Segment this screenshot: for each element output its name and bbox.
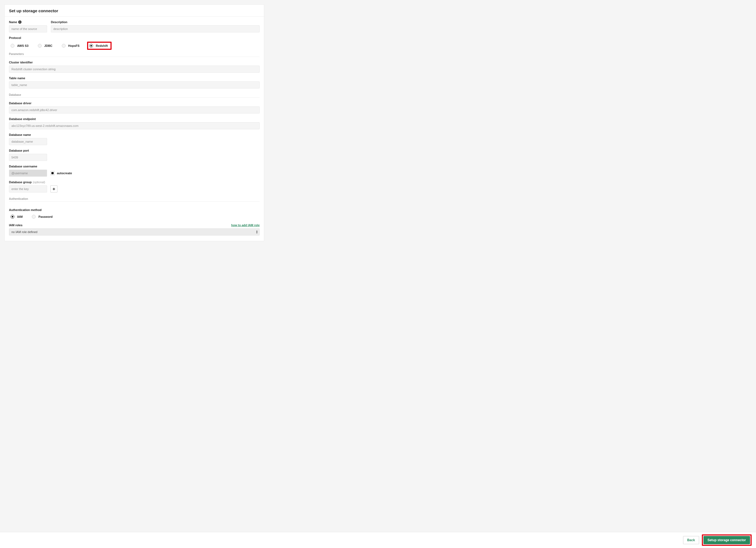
add-group-button[interactable]: ＋ — [50, 185, 57, 192]
db-group-label: Database group (optional) — [9, 180, 260, 184]
db-driver-input[interactable] — [9, 106, 260, 113]
iam-help-link[interactable]: how to add IAM role — [231, 223, 260, 227]
page-title: Set up storage connector — [9, 8, 260, 13]
cluster-identifier-input[interactable] — [9, 66, 260, 73]
db-name-input[interactable] — [9, 138, 47, 145]
radio-icon — [38, 44, 42, 48]
iam-roles-select[interactable]: no IAM role defined ▲▼ — [9, 228, 260, 235]
section-parameters: Parameters — [9, 53, 260, 57]
info-icon[interactable]: i — [18, 20, 21, 24]
setup-connector-card: Set up storage connector Name i Descript… — [4, 4, 264, 241]
card-header: Set up storage connector — [5, 5, 264, 17]
radio-icon — [11, 44, 14, 48]
db-name-label: Database name — [9, 133, 260, 136]
db-port-input[interactable] — [9, 154, 47, 161]
description-label: Description — [51, 20, 260, 24]
name-input[interactable] — [9, 25, 47, 32]
checkbox-icon — [50, 171, 55, 175]
radio-icon — [89, 44, 93, 48]
chevron-up-down-icon: ▲▼ — [256, 230, 258, 234]
protocol-label: Protocol — [9, 36, 260, 39]
description-input[interactable] — [51, 25, 260, 32]
protocol-aws-s3[interactable]: AWS S3 — [9, 43, 30, 49]
protocol-hopsfs[interactable]: HopsFS — [60, 43, 81, 49]
auth-method-label: Authentication method — [9, 208, 260, 211]
cluster-identifier-label: Cluster identifier — [9, 61, 260, 64]
plus-icon: ＋ — [52, 187, 56, 191]
iam-roles-label: IAM roles — [9, 223, 23, 227]
radio-icon — [62, 44, 66, 48]
protocol-redshift[interactable]: Redshift — [87, 42, 112, 50]
autocreate-checkbox[interactable]: autocreate — [50, 171, 72, 175]
name-label: Name i — [9, 20, 47, 24]
section-authentication: Authentication — [9, 197, 260, 202]
db-endpoint-label: Database endpoint — [9, 117, 260, 121]
db-port-label: Database port — [9, 149, 260, 152]
radio-icon — [11, 215, 14, 218]
db-username-input — [9, 169, 47, 177]
table-name-label: Table name — [9, 76, 260, 80]
protocol-radio-group: AWS S3 JDBC HopsFS Redshift — [9, 42, 260, 50]
auth-method-radio-group: IAM Password — [9, 214, 260, 220]
db-driver-label: Database driver — [9, 101, 260, 105]
section-database: Database — [9, 93, 260, 98]
db-username-label: Database username — [9, 165, 260, 168]
auth-password[interactable]: Password — [30, 214, 54, 220]
radio-icon — [32, 215, 36, 218]
iam-roles-value: no IAM role defined — [9, 228, 260, 235]
protocol-jdbc[interactable]: JDBC — [36, 43, 54, 49]
db-endpoint-input[interactable] — [9, 122, 260, 129]
auth-iam[interactable]: IAM — [9, 214, 24, 220]
db-group-input[interactable] — [9, 185, 47, 192]
table-name-input[interactable] — [9, 81, 260, 88]
